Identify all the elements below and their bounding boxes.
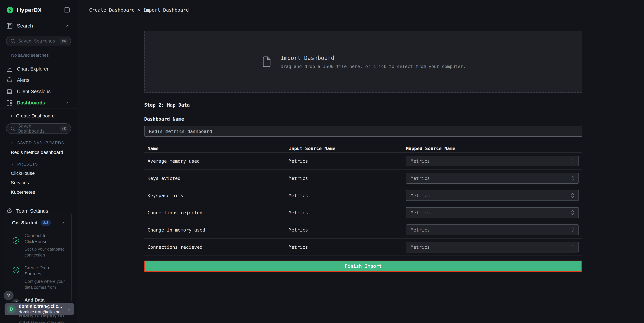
dropzone-title: Import Dashboard	[281, 55, 466, 61]
avatar: D	[7, 305, 16, 314]
table-row: Connections recieved Metrics Metrics	[144, 239, 582, 256]
select-chevrons-icon	[570, 175, 575, 181]
user-account-button[interactable]: D dominic.tran@clic... dominic.tran@clic…	[4, 303, 74, 316]
bell-icon	[6, 77, 13, 84]
row-name: Change in memory used	[144, 227, 289, 233]
search-section-label: Search	[17, 23, 33, 29]
import-dashboard-content: Import Dashboard Drag and drop a JSON fi…	[144, 31, 582, 272]
table-row: Average memory used Metrics Metrics	[144, 153, 582, 170]
user-email-title: dominic.tran@clic...	[19, 304, 66, 309]
topbar: Create Dashboard > Import Dashboard	[77, 0, 644, 20]
step-label: Step 2: Map Data	[144, 102, 582, 108]
mapped-source-select[interactable]: Metrics	[406, 173, 579, 184]
row-input-source: Metrics	[289, 176, 406, 181]
presets-group-toggle[interactable]: PRESETS	[0, 162, 77, 167]
sidebar: HyperDX Search Saved Searches ⌘K No save…	[0, 0, 77, 323]
row-input-source: Metrics	[289, 210, 406, 215]
saved-searches-input[interactable]: Saved Searches ⌘K	[6, 36, 71, 46]
row-input-source: Metrics	[289, 245, 406, 250]
dashboards-icon	[6, 100, 13, 106]
dashboard-name-input[interactable]: Redis metrics dashboard	[144, 126, 582, 137]
step-number-badge: 3	[12, 299, 20, 303]
chevron-down-icon	[10, 162, 14, 166]
mapped-source-select[interactable]: Metrics	[406, 207, 579, 218]
user-email-subtitle: dominic.tran@clickho...	[19, 309, 66, 315]
app-name: HyperDX	[17, 7, 42, 13]
sidebar-item-alerts[interactable]: Alerts	[0, 75, 77, 86]
check-circle-icon	[12, 267, 20, 274]
chevron-up-icon	[66, 101, 70, 105]
saved-dashboards-placeholder: Saved Dashboards	[18, 124, 60, 134]
chevron-up-icon	[65, 23, 70, 28]
select-chevrons-icon	[570, 244, 575, 250]
sidebar-item-chart-explorer[interactable]: Chart Explorer	[0, 63, 77, 75]
table-row: Connections rejected Metrics Metrics	[144, 204, 582, 221]
chevron-up-icon	[61, 220, 66, 225]
table-row: Keys evicted Metrics Metrics	[144, 170, 582, 187]
column-header-name: Name	[144, 146, 289, 151]
mapping-table-body: Average memory used Metrics Metrics Keys…	[144, 153, 582, 256]
mapped-source-select[interactable]: Metrics	[406, 224, 579, 235]
sidebar-nav: Chart Explorer Alerts Client Sessions Da…	[0, 63, 77, 109]
select-chevrons-icon	[570, 209, 575, 216]
mapped-source-value: Metrics	[411, 158, 430, 164]
sidebar-section-search[interactable]: Search	[0, 20, 77, 31]
laptop-icon	[6, 88, 13, 95]
get-started-item-sources[interactable]: Create Data Sources Configure where your…	[10, 265, 67, 290]
row-input-source: Metrics	[289, 227, 406, 233]
search-icon	[10, 38, 16, 44]
preset-services[interactable]: Services	[0, 180, 77, 185]
chevron-right-icon	[66, 307, 72, 312]
saved-dashboard-redis-metrics[interactable]: Redis metrics dashboard	[0, 150, 77, 155]
table-row: Change in memory used Metrics Metrics	[144, 221, 582, 239]
progress-badge: 2/3	[41, 220, 51, 226]
app-logo-row: HyperDX	[0, 0, 77, 14]
mapped-source-select[interactable]: Metrics	[406, 156, 579, 166]
shortcut-badge: ⌘K	[60, 38, 68, 44]
mapped-source-select[interactable]: Metrics	[406, 190, 579, 201]
get-started-header[interactable]: Get Started 2/3	[10, 220, 67, 226]
row-input-source: Metrics	[289, 158, 406, 164]
get-started-item-add-data[interactable]: 3 Add Data Start sending logs, metrics, …	[10, 297, 67, 303]
sidebar-item-dashboards[interactable]: Dashboards	[0, 97, 77, 109]
preset-kubernetes[interactable]: Kubernetes	[0, 190, 77, 195]
sidebar-collapse-icon[interactable]	[63, 6, 70, 14]
create-dashboard-button[interactable]: + Create Dashboard	[0, 113, 77, 119]
row-name: Connections rejected	[144, 210, 289, 215]
mapping-table: Name Input Source Name Mapped Source Nam…	[144, 144, 582, 256]
chart-icon	[6, 66, 13, 72]
mapped-source-select[interactable]: Metrics	[406, 242, 579, 253]
file-icon	[261, 54, 272, 69]
row-input-source: Metrics	[289, 193, 406, 198]
get-started-item-connect[interactable]: Connect to ClickHouse Set up your databa…	[10, 233, 67, 258]
saved-dashboards-group-toggle[interactable]: SAVED DASHBOARDS	[0, 141, 77, 145]
get-started-card: Get Started 2/3 Connect to ClickHouse Se…	[6, 213, 72, 303]
search-icon	[10, 126, 16, 131]
main-area: Create Dashboard > Import Dashboard Impo…	[77, 0, 644, 323]
no-saved-searches-text: No saved searches	[11, 53, 77, 58]
row-name: Keyspace hits	[144, 193, 289, 198]
breadcrumb[interactable]: Create Dashboard > Import Dashboard	[89, 7, 189, 13]
dashboard-name-label: Dashboard Name	[144, 116, 582, 122]
json-file-dropzone[interactable]: Import Dashboard Drag and drop a JSON fi…	[144, 31, 582, 93]
column-header-mapped-source: Mapped Source Name	[406, 146, 582, 151]
row-name: Keys evicted	[144, 176, 289, 181]
mapped-source-value: Metrics	[411, 245, 430, 250]
search-journal-icon	[6, 22, 13, 29]
preset-clickhouse[interactable]: ClickHouse	[0, 171, 77, 176]
mapped-source-value: Metrics	[411, 227, 430, 233]
help-button[interactable]: ?	[4, 291, 14, 300]
select-chevrons-icon	[570, 158, 575, 164]
mapping-table-header: Name Input Source Name Mapped Source Nam…	[144, 144, 582, 153]
saved-dashboards-input[interactable]: Saved Dashboards ⌘K	[6, 123, 71, 134]
saved-searches-placeholder: Saved Searches	[18, 38, 60, 43]
row-name: Average memory used	[144, 158, 289, 164]
plus-icon: +	[10, 113, 13, 119]
sidebar-item-client-sessions[interactable]: Client Sessions	[0, 86, 77, 97]
finish-import-button[interactable]: Finish Import	[144, 261, 582, 272]
shortcut-badge: ⌘K	[60, 126, 68, 132]
row-name: Connections recieved	[144, 245, 289, 250]
select-chevrons-icon	[570, 192, 575, 199]
column-header-input-source: Input Source Name	[289, 146, 406, 151]
mapped-source-value: Metrics	[411, 210, 430, 215]
